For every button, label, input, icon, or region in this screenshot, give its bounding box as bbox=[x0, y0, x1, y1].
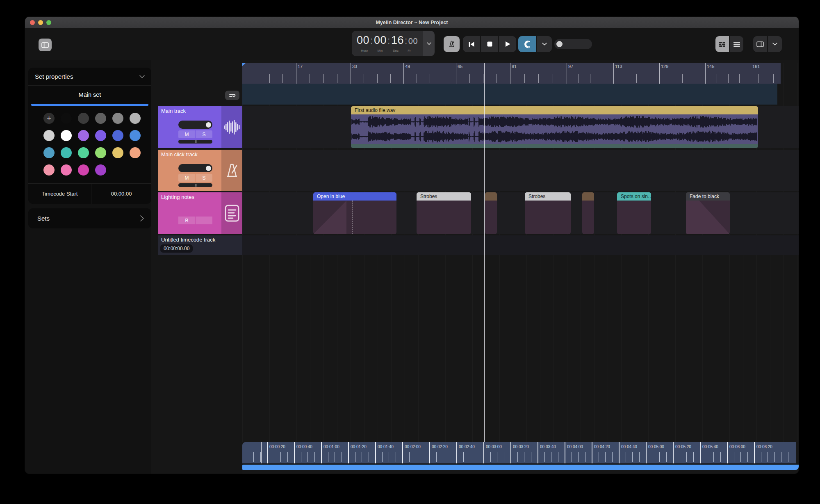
snap-magnet-button[interactable] bbox=[518, 36, 536, 52]
set-name-field[interactable]: Main set bbox=[28, 86, 151, 104]
color-swatch[interactable] bbox=[95, 147, 106, 158]
overview-minor-tick bbox=[680, 452, 680, 462]
mute-button[interactable]: M bbox=[178, 130, 195, 138]
lighting-clip-title bbox=[582, 192, 594, 201]
pan-slider[interactable] bbox=[178, 140, 212, 144]
color-swatch[interactable] bbox=[112, 113, 123, 124]
marker-lane[interactable] bbox=[242, 84, 777, 105]
event-list-button[interactable] bbox=[225, 91, 239, 100]
list-view-button[interactable] bbox=[730, 36, 743, 52]
close-button[interactable] bbox=[30, 20, 35, 25]
playhead[interactable] bbox=[484, 63, 485, 442]
sets-panel[interactable]: Sets bbox=[28, 208, 151, 228]
color-swatch[interactable] bbox=[112, 147, 123, 158]
color-swatch[interactable] bbox=[43, 164, 55, 176]
snap-options-button[interactable] bbox=[537, 36, 552, 52]
lighting-clip[interactable]: Strobes bbox=[525, 192, 571, 234]
solo-button[interactable]: S bbox=[196, 174, 212, 182]
fade-handle-line[interactable] bbox=[352, 201, 353, 234]
track-header-main[interactable]: Main track M S bbox=[158, 106, 243, 148]
ruler-minor-tick bbox=[682, 74, 683, 83]
color-swatch[interactable] bbox=[78, 113, 89, 124]
panel-options-button[interactable] bbox=[768, 36, 782, 52]
click-enable-button[interactable] bbox=[444, 36, 460, 52]
lighting-clip[interactable]: Strobes bbox=[417, 192, 471, 234]
stop-button[interactable] bbox=[481, 36, 498, 52]
color-swatch[interactable] bbox=[61, 164, 72, 176]
color-swatch[interactable] bbox=[95, 164, 106, 176]
right-panel-button[interactable] bbox=[753, 36, 767, 52]
horizontal-scrollbar[interactable] bbox=[242, 465, 799, 470]
solo-button[interactable]: S bbox=[196, 130, 212, 138]
volume-knob[interactable] bbox=[206, 122, 211, 128]
lighting-clip[interactable]: Spots on sin… bbox=[617, 192, 651, 234]
color-swatch[interactable] bbox=[78, 130, 89, 141]
pan-slider[interactable] bbox=[178, 183, 212, 187]
mute-button[interactable]: M bbox=[178, 174, 195, 182]
timecode-track-value[interactable]: 00:00:00.00 bbox=[160, 244, 193, 253]
lighting-blank-button[interactable] bbox=[196, 217, 212, 224]
add-color-button[interactable]: + bbox=[43, 113, 55, 124]
color-swatch[interactable] bbox=[95, 130, 106, 141]
overview-minor-tick bbox=[605, 452, 606, 462]
color-swatch[interactable] bbox=[43, 147, 55, 158]
track-header-click[interactable]: Main click track M S bbox=[158, 150, 243, 191]
overview-minor-tick bbox=[396, 452, 396, 462]
lighting-clip[interactable]: Fade to black bbox=[686, 192, 730, 234]
volume-slider[interactable] bbox=[178, 164, 212, 172]
volume-slider[interactable] bbox=[178, 121, 212, 129]
color-swatch[interactable] bbox=[61, 147, 72, 158]
overview-major-tick bbox=[727, 442, 728, 463]
lane-click-track[interactable] bbox=[242, 150, 799, 191]
bar-ruler[interactable]: 173349658197113129145161 bbox=[242, 63, 781, 84]
overview-major-tick bbox=[321, 442, 322, 463]
color-swatch[interactable] bbox=[43, 130, 55, 141]
color-swatch[interactable] bbox=[130, 130, 141, 141]
zoom-button[interactable] bbox=[46, 20, 51, 25]
audio-clip[interactable]: First audio file.wav bbox=[351, 106, 758, 148]
color-swatch[interactable] bbox=[78, 147, 89, 158]
lighting-clip[interactable] bbox=[582, 192, 594, 234]
titlebar[interactable]: Myelin Director ~ New Project bbox=[25, 17, 799, 28]
track-header-lighting[interactable]: Lighting notes B bbox=[158, 192, 243, 234]
overview-ruler[interactable]: 00:00:2000:00:4000:01:0000:01:2000:01:40… bbox=[242, 442, 796, 463]
overview-minor-tick bbox=[781, 452, 781, 462]
timecode-start-value[interactable]: 00:00:00 bbox=[91, 184, 151, 204]
overview-minor-tick bbox=[436, 452, 437, 462]
color-swatch[interactable] bbox=[130, 113, 141, 124]
lighting-clip-title: Strobes bbox=[525, 192, 571, 201]
overview-minor-tick bbox=[423, 452, 423, 462]
overview-minor-tick bbox=[585, 452, 585, 462]
ruler-major-tick bbox=[403, 63, 404, 84]
timeline-area[interactable]: 173349658197113129145161 First audio fil… bbox=[242, 60, 799, 474]
sidebar-toggle-button[interactable] bbox=[39, 39, 52, 51]
timeline-view-button[interactable] bbox=[715, 36, 729, 52]
timecode-options-button[interactable] bbox=[423, 31, 435, 56]
timecode-display[interactable]: 00:00:16:00 HourMinSecFr bbox=[352, 31, 435, 56]
ruler-minor-tick bbox=[538, 74, 539, 83]
zoom-slider-knob[interactable] bbox=[556, 41, 563, 47]
list-view-icon bbox=[733, 42, 740, 47]
color-swatch[interactable] bbox=[61, 113, 72, 124]
track-header-timecode[interactable]: Untitled timecode track 00:00:00.00 bbox=[158, 235, 243, 255]
play-button[interactable] bbox=[499, 36, 516, 52]
chevron-right-icon bbox=[140, 215, 144, 221]
color-swatch[interactable] bbox=[78, 164, 89, 176]
overview-minor-tick bbox=[382, 452, 383, 462]
color-swatch[interactable] bbox=[130, 147, 141, 158]
skip-to-start-button[interactable] bbox=[463, 36, 480, 52]
lighting-clip[interactable]: Open in blue bbox=[313, 192, 396, 234]
color-swatch[interactable] bbox=[61, 130, 72, 141]
minimize-button[interactable] bbox=[38, 20, 43, 25]
volume-knob[interactable] bbox=[206, 166, 211, 171]
set-properties-header[interactable]: Set properties bbox=[28, 68, 151, 86]
fade-handle-line[interactable] bbox=[698, 201, 698, 234]
color-swatch[interactable] bbox=[112, 130, 123, 141]
lighting-b-button[interactable]: B bbox=[178, 217, 195, 224]
color-swatch[interactable] bbox=[95, 113, 106, 124]
lighting-clip[interactable] bbox=[485, 192, 497, 234]
zoom-slider[interactable] bbox=[554, 39, 592, 49]
waveform-icon bbox=[221, 106, 243, 148]
lane-timecode-track[interactable] bbox=[242, 235, 799, 255]
lighting-clip-title: Spots on sin… bbox=[617, 192, 651, 201]
